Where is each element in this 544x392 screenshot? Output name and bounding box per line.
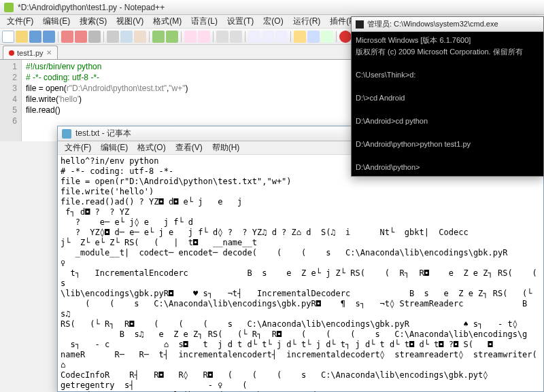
save-all-icon[interactable] <box>43 31 55 43</box>
separator <box>58 31 58 42</box>
undo-icon[interactable] <box>152 31 165 43</box>
folder-icon[interactable] <box>294 31 306 43</box>
notepad-textarea[interactable]: hello^?in/env python # -*- coding: utf-8… <box>58 155 543 392</box>
notepad-title-text: test.txt - 记事本 <box>75 128 131 139</box>
cmd-line: Microsoft Windows [版本 6.1.7600] <box>356 36 471 44</box>
separator <box>336 31 337 42</box>
menu-format[interactable]: 格式(M) <box>149 15 186 28</box>
separator <box>290 31 291 42</box>
unsaved-dot-icon <box>9 50 14 56</box>
cmd-icon <box>356 20 364 29</box>
np-menu-format[interactable]: 格式(O) <box>133 141 169 154</box>
npp-titlebar[interactable]: *D:\Android\python\test1.py - Notepad++ <box>0 0 544 15</box>
menu-language[interactable]: 语言(L) <box>187 15 222 28</box>
menu-view[interactable]: 视图(V) <box>112 15 148 28</box>
zoom-in-icon[interactable] <box>216 31 228 43</box>
cmd-titlebar[interactable]: 管理员: C:\Windows\system32\cmd.exe <box>352 17 543 32</box>
doc-icon[interactable] <box>307 31 320 43</box>
indent-icon[interactable] <box>275 31 288 43</box>
np-menu-help[interactable]: 帮助(H) <box>208 141 244 154</box>
close-icon[interactable] <box>61 31 73 43</box>
cmd-line: D:\>cd Android <box>356 94 405 102</box>
np-menu-view[interactable]: 查看(V) <box>171 141 207 154</box>
tab-test1py[interactable]: test1.py ✕ <box>3 46 58 59</box>
tab-label: test1.py <box>17 49 44 57</box>
menu-edit[interactable]: 编辑(E) <box>39 15 74 28</box>
cmd-line: D:\Android\python>python test1.py <box>356 140 471 148</box>
tab-close-icon[interactable]: ✕ <box>46 49 52 56</box>
separator <box>103 31 104 42</box>
npp-title-text: *D:\Android\python\test1.py - Notepad++ <box>18 3 165 12</box>
close-all-icon[interactable] <box>75 31 87 43</box>
separator <box>213 31 214 42</box>
code-line: #!/usr/bin/env python <box>26 62 101 71</box>
cut-icon[interactable] <box>107 31 119 43</box>
notepadpp-icon <box>4 3 14 12</box>
code-line: file = open(r"D:\Android\python\test.txt… <box>26 84 188 93</box>
print-icon[interactable] <box>88 31 101 43</box>
cmd-line: D:\Android\python> <box>356 163 420 171</box>
line-gutter: 1 2 3 4 5 6 <box>0 60 22 141</box>
code-line: file.read() <box>26 105 61 115</box>
code-line: file.write('hello') <box>26 94 82 104</box>
allchars-icon[interactable] <box>262 31 274 43</box>
menu-search[interactable]: 搜索(S) <box>75 15 111 28</box>
cmd-window[interactable]: 管理员: C:\Windows\system32\cmd.exe Microso… <box>351 16 544 177</box>
function-icon[interactable] <box>321 31 333 43</box>
redo-icon[interactable] <box>166 31 178 43</box>
cmd-output[interactable]: Microsoft Windows [版本 6.1.7600] 版权所有 (c)… <box>352 32 543 176</box>
separator <box>245 31 245 42</box>
menu-macro[interactable]: 宏(O) <box>259 15 287 28</box>
cmd-line: 版权所有 (c) 2009 Microsoft Corporation. 保留所… <box>356 48 523 56</box>
find-icon[interactable] <box>184 31 197 43</box>
cmd-title-text: 管理员: C:\Windows\system32\cmd.exe <box>367 19 498 29</box>
menu-settings[interactable]: 设置(T) <box>223 15 258 28</box>
wordwrap-icon[interactable] <box>248 31 260 43</box>
np-menu-file[interactable]: 文件(F) <box>61 141 95 154</box>
replace-icon[interactable] <box>198 31 210 43</box>
menu-file[interactable]: 文件(F) <box>3 15 37 28</box>
open-file-icon[interactable] <box>16 31 28 43</box>
paste-icon[interactable] <box>134 31 146 43</box>
separator <box>181 31 182 42</box>
new-file-icon[interactable] <box>2 31 14 43</box>
copy-icon[interactable] <box>120 31 133 43</box>
record-macro-icon[interactable] <box>339 31 352 43</box>
notepad-icon <box>62 129 71 139</box>
cmd-line: D:\Android>cd python <box>356 117 428 125</box>
cmd-line: C:\Users\Think>d: <box>356 71 415 79</box>
separator <box>149 31 150 42</box>
code-line: # -*- coding: utf-8 -*- <box>26 73 99 82</box>
zoom-out-icon[interactable] <box>230 31 242 43</box>
save-icon[interactable] <box>29 31 41 43</box>
np-menu-edit[interactable]: 编辑(E) <box>97 141 132 154</box>
menu-run[interactable]: 运行(R) <box>289 15 325 28</box>
